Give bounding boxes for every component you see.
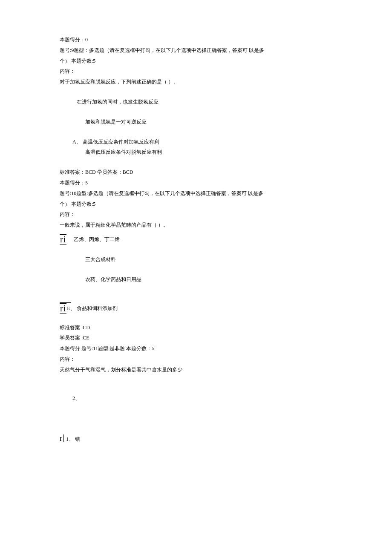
q10-header2: 个） 本题分数:5: [60, 199, 332, 209]
ri-symbol: ri: [60, 303, 66, 313]
q9-option-c[interactable]: 加氢和脱氢是一对可逆反应: [60, 117, 332, 127]
q10-option-e-row[interactable]: ri E、 食品和饲料添加剂: [60, 303, 332, 313]
q10-option-a-row[interactable]: ri 乙烯、丙烯、丁二烯: [60, 234, 332, 244]
q9-option-a[interactable]: A、 高温低压反应条件对加氢反应有利: [60, 137, 332, 147]
q11-content-label: 内容：: [60, 354, 332, 364]
q9-header2: 个） 本题分数:5: [60, 56, 332, 66]
q8-score: 本题得分：0: [60, 35, 332, 45]
ri-symbol: ri: [60, 234, 66, 244]
r-bar-icon: r: [60, 434, 64, 442]
q10-option-a: 乙烯、丙烯、丁二烯: [74, 236, 120, 242]
q9-header: 题号:9题型：多选题（请在复选框中打勾，在以下几个选项中选择正确答案，答案可 以…: [60, 46, 332, 55]
q10-content-label: 内容：: [60, 210, 332, 219]
q9-content-label: 内容：: [60, 66, 332, 76]
q10-option-e: E、 食品和饲料添加剂: [67, 304, 117, 313]
q10-header: 题号:10题型:多选题（请在复选框中打勾，在以下几个选项中选择正确答案，答案可 …: [60, 189, 332, 198]
q10-option-b[interactable]: 三大合成材料: [60, 255, 332, 265]
q11-option-1: 1、 错: [66, 436, 80, 442]
q11-header: 本题得分 题号:11题型:是非题 本题分数：5: [60, 344, 332, 354]
q10-std-answer: 标准答案 :CD: [60, 323, 332, 333]
q9-option-d[interactable]: 高温低压反应条件对脱氢反应有利: [60, 147, 332, 157]
rule-icon: [60, 302, 71, 303]
q11-option-2[interactable]: 2、: [60, 394, 332, 403]
q10-stem: 一般来说，属于精细化学品范畴的产品有（ ）。: [60, 220, 332, 230]
q9-option-b[interactable]: 在进行加氢的同时，也发生脱氢反应: [60, 97, 332, 107]
q10-stu-answer: 学员答案 :CE: [60, 333, 332, 343]
q9-score: 本题得分：5: [60, 178, 332, 188]
q11-option-1-row[interactable]: r 1、 错: [60, 434, 332, 444]
q9-answer: 标准答案：BCD 学员答案：BCD: [60, 167, 332, 177]
q9-stem: 对于加氢反应和脱氢反应，下列阐述正确的是（ ）。: [60, 77, 332, 87]
q11-stem: 天然气分干气和湿气，划分标准是看其中含水量的多少: [60, 365, 332, 375]
q10-option-c[interactable]: 农药、化学药品和日用品: [60, 275, 332, 285]
